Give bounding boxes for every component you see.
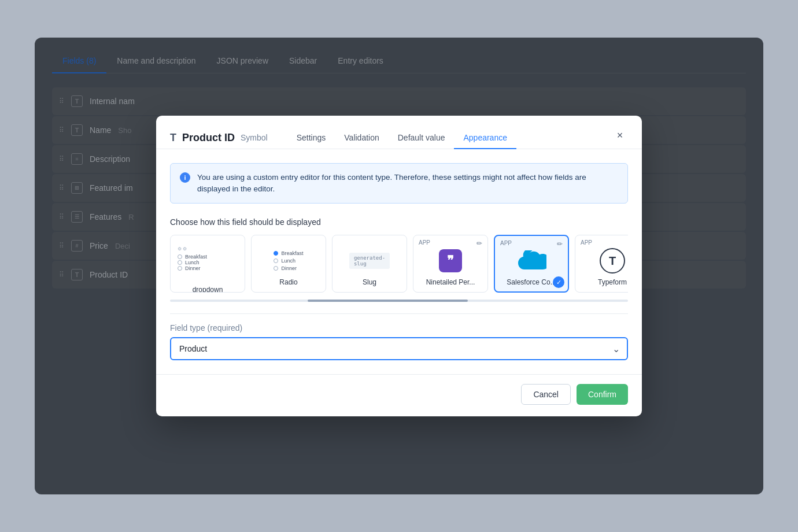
radio-preview-inner: Breakfast Lunch Dinner <box>274 250 303 271</box>
tab-appearance[interactable]: Appearance <box>454 127 516 149</box>
card-slug[interactable]: generated-slug Slug <box>332 235 407 293</box>
edit-icon[interactable]: ✏ <box>476 239 482 247</box>
card-radio[interactable]: Breakfast Lunch Dinner <box>251 235 326 293</box>
tab-settings[interactable]: Settings <box>287 127 335 149</box>
ninetailed-icon-area: ❞ <box>437 247 464 275</box>
cancel-button[interactable]: Cancel <box>521 384 571 405</box>
app-label: APP <box>419 239 430 246</box>
close-button[interactable]: × <box>612 127 628 143</box>
radio-preview: Breakfast Lunch Dinner <box>275 247 302 275</box>
radio-dot <box>178 254 182 259</box>
card-salesforce[interactable]: APP ✏ Salesforce Co... ✓ <box>494 235 569 293</box>
selected-checkmark: ✓ <box>553 276 564 288</box>
scrollbar-thumb <box>308 300 468 302</box>
card-name: Radio <box>276 278 301 286</box>
modal-type-icon: T <box>170 132 176 144</box>
card-typeform[interactable]: APP ✏ T Typeform <box>575 235 628 293</box>
card-name: Slug <box>359 278 380 286</box>
field-type-select-wrapper: Product Text Number Boolean ⌄ <box>170 337 628 360</box>
card-dropdown[interactable]: ⚙ ⚙ Breakfast Lunch <box>170 235 245 293</box>
slug-preview-text: generated-slug <box>349 253 390 269</box>
app-label: APP <box>581 239 592 246</box>
cards-wrapper: ⚙ ⚙ Breakfast Lunch <box>170 235 628 313</box>
typeform-icon-area: T <box>598 247 626 275</box>
modal-body: i You are using a custom entry editor fo… <box>156 149 642 375</box>
tab-validation[interactable]: Validation <box>335 127 388 149</box>
info-text: You are using a custom entry editor for … <box>197 172 618 195</box>
radio-item: Lunch <box>178 260 200 265</box>
radio-item: Dinner <box>178 265 201 271</box>
field-type-section: Field type (required) Product Text Numbe… <box>170 313 628 360</box>
typeform-icon: T <box>600 248 625 274</box>
field-type-select[interactable]: Product Text Number Boolean <box>170 337 628 360</box>
salesforce-icon <box>516 250 546 271</box>
radio-item: Breakfast <box>274 250 303 256</box>
radio-dot <box>178 260 182 265</box>
radio-item: Dinner <box>274 265 303 271</box>
slug-preview: generated-slug <box>356 247 383 275</box>
modal-subtitle: Symbol <box>241 133 268 142</box>
radio-item: Breakfast <box>178 254 207 260</box>
dropdown-preview: ⚙ ⚙ Breakfast Lunch <box>171 235 245 282</box>
scrollbar-track[interactable] <box>170 300 628 302</box>
cards-scroll[interactable]: ⚙ ⚙ Breakfast Lunch <box>170 235 628 295</box>
app-container: Fields (8) Name and description JSON pre… <box>35 38 763 494</box>
card-name: Salesforce Co... <box>503 278 559 286</box>
app-label: APP <box>500 240 512 246</box>
modal-title: Product ID <box>182 132 235 144</box>
modal-header: T Product ID Symbol Settings Validation … <box>156 116 642 149</box>
radio-item: Lunch <box>274 258 303 264</box>
card-name: dropdown <box>189 286 227 292</box>
modal-backdrop: T Product ID Symbol Settings Validation … <box>35 38 763 494</box>
info-icon: i <box>180 172 190 183</box>
modal-footer: Cancel Confirm <box>156 374 642 416</box>
ninetailed-icon: ❞ <box>439 249 462 272</box>
radio-dot <box>274 266 278 271</box>
modal-title-area: T Product ID Symbol Settings Validation … <box>170 127 603 149</box>
card-name: Typeform <box>594 278 628 286</box>
field-type-label: Field type (required) <box>170 323 628 332</box>
radio-dot <box>274 251 278 256</box>
salesforce-icon-area <box>518 247 545 275</box>
info-banner: i You are using a custom entry editor fo… <box>170 163 628 204</box>
radio-dot <box>178 266 182 271</box>
section-label: Choose how this field should be displaye… <box>170 217 628 227</box>
radio-dot <box>274 258 278 263</box>
edit-icon[interactable]: ✏ <box>557 240 563 248</box>
dropdown-title: ⚙ ⚙ <box>178 246 187 252</box>
tab-default-value[interactable]: Default value <box>389 127 455 149</box>
appearance-modal: T Product ID Symbol Settings Validation … <box>156 116 642 417</box>
card-name: Ninetailed Per... <box>423 278 479 286</box>
card-ninetailed[interactable]: APP ✏ ❞ Ninetailed Per... <box>413 235 488 293</box>
confirm-button[interactable]: Confirm <box>577 384 628 405</box>
modal-tabs: Settings Validation Default value Appear… <box>287 127 516 149</box>
